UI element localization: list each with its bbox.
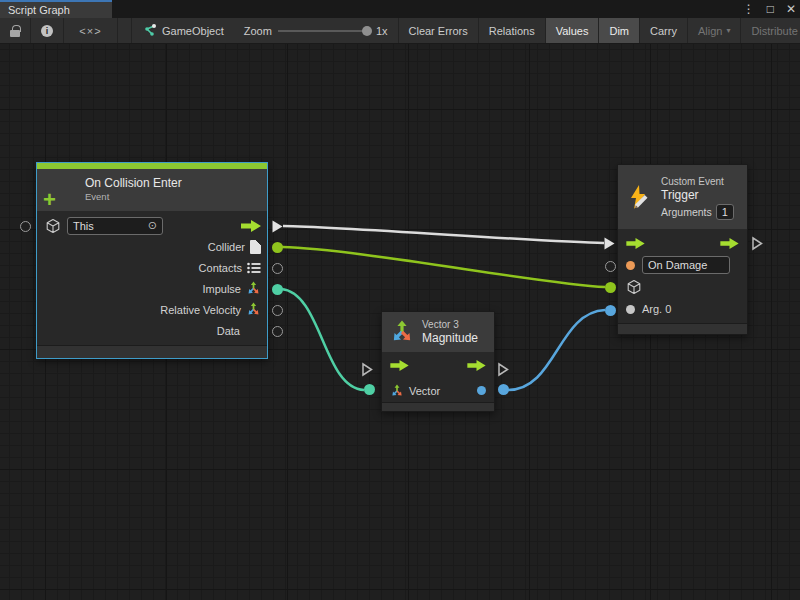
- node-category: Custom Event: [661, 175, 734, 188]
- port-this-input[interactable]: [20, 221, 31, 232]
- port-label-vector: Vector: [409, 385, 440, 397]
- float-output-dot: [477, 386, 486, 395]
- code-preview-button[interactable]: <×>: [64, 18, 118, 43]
- node-title: Magnitude: [422, 331, 478, 346]
- port-vector-in-connected[interactable]: [364, 384, 375, 395]
- port-label-contacts: Contacts: [199, 262, 242, 274]
- arguments-count-field[interactable]: 1: [716, 204, 734, 220]
- window-controls: ⋮ □ ✕: [743, 0, 796, 18]
- port-label-relative-velocity: Relative Velocity: [160, 304, 241, 316]
- port-collider-out-connected[interactable]: [272, 242, 283, 253]
- distribute-dropdown[interactable]: Distribute ▾: [741, 18, 800, 43]
- gameobject-cube-icon: [45, 218, 61, 234]
- node-header: Vector 3 Magnitude: [382, 312, 494, 352]
- chevron-down-icon: ▾: [726, 26, 730, 35]
- relations-button[interactable]: Relations: [479, 18, 546, 43]
- port-impulse-out-connected[interactable]: [272, 284, 283, 295]
- object-picker-icon[interactable]: ⊙: [148, 219, 157, 232]
- clear-errors-button[interactable]: Clear Errors: [399, 18, 479, 43]
- zoom-slider[interactable]: [278, 30, 370, 32]
- node-on-collision-enter[interactable]: + On Collision Enter Event This ⊙: [36, 162, 268, 359]
- node-category: Vector 3: [422, 318, 478, 331]
- wire-collider-to-target[interactable]: [282, 247, 605, 287]
- event-name-field[interactable]: On Damage: [642, 256, 730, 274]
- port-data-out[interactable]: [272, 326, 283, 337]
- port-label-data: Data: [217, 325, 240, 337]
- port-flow-out-magnitude[interactable]: [497, 362, 510, 377]
- lock-button[interactable]: [0, 18, 31, 43]
- distribute-label: Distribute: [751, 25, 797, 37]
- zoom-control: Zoom 1x: [234, 18, 399, 43]
- graph-owner-label: GameObject: [162, 25, 224, 37]
- flow-input-arrow-icon: [390, 360, 409, 371]
- flow-output-arrow-icon: [467, 360, 486, 371]
- node-header: + On Collision Enter Event: [37, 169, 267, 211]
- port-name-in[interactable]: [605, 261, 616, 272]
- align-dropdown[interactable]: Align ▾: [688, 18, 741, 43]
- inspect-button[interactable]: i: [31, 18, 64, 43]
- arguments-count-value: 1: [722, 206, 728, 218]
- lock-icon: [10, 30, 20, 37]
- code-icon: <×>: [79, 25, 101, 37]
- node-trigger-custom-event[interactable]: Custom Event Trigger Arguments 1: [617, 164, 748, 335]
- dim-label: Dim: [609, 25, 629, 37]
- graph-canvas[interactable]: + On Collision Enter Event This ⊙: [0, 44, 800, 600]
- collision-event-icon: +: [46, 175, 76, 205]
- zoom-slider-handle[interactable]: [362, 26, 372, 36]
- node-title: On Collision Enter: [85, 176, 182, 191]
- zoom-label: Zoom: [244, 25, 272, 37]
- graph-icon: [142, 24, 157, 38]
- port-label-impulse: Impulse: [202, 283, 241, 295]
- values-toggle[interactable]: Values: [546, 18, 600, 43]
- graph-toolbar: i <×> GameObject Zoom 1x Clear Errors Re…: [0, 18, 800, 44]
- node-footer: [618, 323, 747, 334]
- port-arg0-in-connected[interactable]: [605, 305, 616, 316]
- arguments-label: Arguments: [661, 206, 712, 218]
- tab-bar: Script Graph ⋮ □ ✕: [0, 0, 800, 18]
- carry-label: Carry: [650, 25, 677, 37]
- info-icon: i: [41, 25, 53, 37]
- collider-icon: [250, 240, 261, 254]
- port-flow-out-connected[interactable]: [271, 219, 284, 234]
- carry-toggle[interactable]: Carry: [640, 18, 688, 43]
- flow-output-arrow-icon: [241, 220, 261, 232]
- port-label-arg0: Arg. 0: [642, 303, 671, 315]
- this-object-field[interactable]: This ⊙: [67, 217, 163, 235]
- vector3-icon: [390, 320, 414, 344]
- port-relative-velocity-out[interactable]: [272, 305, 283, 316]
- node-vector3-magnitude[interactable]: Vector 3 Magnitude: [381, 311, 495, 412]
- node-footer: [37, 345, 267, 358]
- port-flow-out-trigger[interactable]: [751, 236, 764, 251]
- values-label: Values: [556, 25, 589, 37]
- node-subtitle: Event: [85, 191, 182, 203]
- gameobject-cube-icon: [626, 279, 642, 295]
- menu-icon[interactable]: ⋮: [743, 3, 755, 15]
- relations-label: Relations: [489, 25, 535, 37]
- close-icon[interactable]: ✕: [786, 3, 796, 15]
- unity-script-graph-window: Script Graph ⋮ □ ✕ i <×> GameObject Zoom: [0, 0, 800, 600]
- maximize-icon[interactable]: □: [767, 3, 774, 15]
- zoom-value: 1x: [376, 25, 388, 37]
- port-flow-in-magnitude[interactable]: [361, 362, 374, 377]
- flow-input-arrow-icon: [626, 238, 645, 249]
- vector3-icon: [246, 302, 261, 317]
- wire-magnitude-to-arg0[interactable]: [508, 310, 605, 390]
- object-port-dot: [626, 305, 635, 314]
- event-name-value: On Damage: [648, 259, 707, 271]
- vector3-icon: [390, 384, 404, 398]
- port-target-in-connected[interactable]: [605, 282, 616, 293]
- flow-output-arrow-icon: [720, 238, 739, 249]
- tab-label: Script Graph: [8, 4, 70, 16]
- port-flow-in-connected[interactable]: [603, 236, 616, 251]
- graph-owner-button[interactable]: GameObject: [132, 18, 234, 43]
- port-contacts-out[interactable]: [272, 263, 283, 274]
- node-header: Custom Event Trigger Arguments 1: [618, 165, 747, 229]
- wire-impulse-to-vector[interactable]: [281, 289, 364, 390]
- tab-script-graph[interactable]: Script Graph: [0, 0, 112, 18]
- string-port-dot: [626, 261, 635, 270]
- this-field-value: This: [73, 220, 94, 232]
- clear-errors-label: Clear Errors: [409, 25, 468, 37]
- wire-flow-collision-to-trigger[interactable]: [283, 226, 604, 243]
- port-magnitude-out-connected[interactable]: [498, 384, 509, 395]
- dim-toggle[interactable]: Dim: [599, 18, 640, 43]
